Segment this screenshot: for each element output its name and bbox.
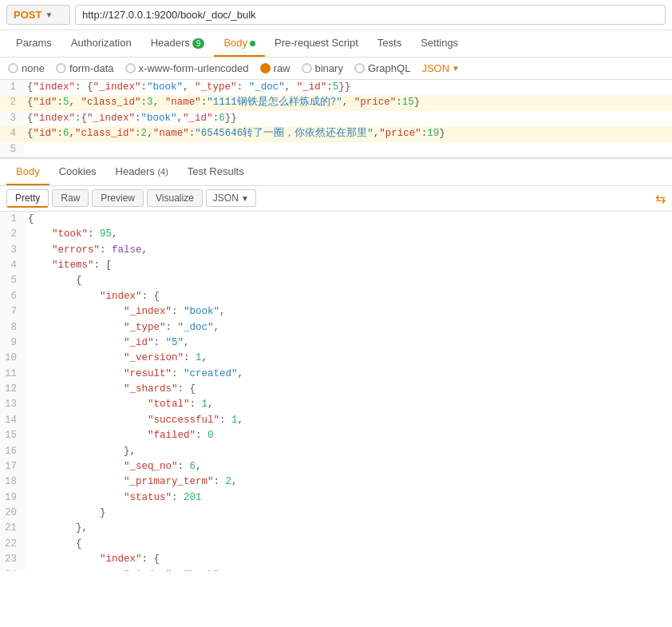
resp-line-10: 10 "_version": 1, <box>0 351 672 366</box>
resp-line-24: 24 "_index": "book", <box>0 568 672 571</box>
resp-line-11: 11 "result": "created", <box>0 367 672 382</box>
json-arrow-icon: ▼ <box>452 64 460 73</box>
req-line-1: 1 {"index": {"_index":"book", "_type": "… <box>0 80 672 95</box>
response-toolbar: Pretty Raw Preview Visualize JSON ▼ ⇆ <box>0 186 672 212</box>
url-input[interactable] <box>75 5 666 25</box>
req-code-table: 1 {"index": {"_index":"book", "_type": "… <box>0 80 672 157</box>
body-urlencoded[interactable]: x-www-form-urlencoded <box>125 62 249 74</box>
method-select[interactable]: POST ▼ <box>6 5 70 25</box>
resp-line-15: 15 "failed": 0 <box>0 428 672 443</box>
resp-visualize-btn[interactable]: Visualize <box>147 189 203 207</box>
method-arrow-icon: ▼ <box>45 10 53 19</box>
resp-line-19: 19 "status": 201 <box>0 490 672 506</box>
resp-line-16: 16 }, <box>0 444 672 459</box>
resp-line-8: 8 "_type": "_doc", <box>0 320 672 335</box>
resp-line-3: 3 "errors": false, <box>0 243 672 258</box>
tab-prerequest[interactable]: Pre-request Script <box>265 30 368 57</box>
body-binary[interactable]: binary <box>302 62 343 74</box>
req-line-5: 5 <box>0 142 672 157</box>
tab-params[interactable]: Params <box>6 30 61 57</box>
resp-line-6: 6 "index": { <box>0 289 672 304</box>
resp-json-dropdown[interactable]: JSON ▼ <box>206 189 256 207</box>
resp-tab-cookies[interactable]: Cookies <box>49 159 106 185</box>
tab-settings[interactable]: Settings <box>411 30 468 57</box>
resp-line-23: 23 "index": { <box>0 552 672 567</box>
resp-line-18: 18 "_primary_term": 2, <box>0 474 672 490</box>
radio-graphql-icon <box>354 63 365 73</box>
body-type-row: none form-data x-www-form-urlencoded raw… <box>0 58 672 80</box>
resp-raw-btn[interactable]: Raw <box>52 189 89 207</box>
resp-code-table: 1 { 2 "took": 95, 3 "errors": false, 4 "… <box>0 212 672 571</box>
response-body-editor[interactable]: 1 { 2 "took": 95, 3 "errors": false, 4 "… <box>0 212 672 571</box>
request-tabs: Params Authorization Headers9 Body Pre-r… <box>0 30 672 58</box>
resp-line-12: 12 "_shards": { <box>0 382 672 397</box>
request-body-editor[interactable]: 1 {"index": {"_index":"book", "_type": "… <box>0 80 672 159</box>
radio-raw-icon <box>260 63 271 73</box>
json-format-dropdown[interactable]: JSON ▼ <box>421 62 460 74</box>
resp-tab-body[interactable]: Body <box>6 159 49 185</box>
req-line-4: 4 {"id":6,"class_id":2,"name":"6545646转了… <box>0 126 672 141</box>
resp-line-20: 20 } <box>0 506 672 521</box>
resp-line-4: 4 "items": [ <box>0 258 672 273</box>
response-tabs: Body Cookies Headers (4) Test Results <box>0 159 672 186</box>
resp-json-arrow-icon: ▼ <box>241 194 249 203</box>
body-none[interactable]: none <box>8 62 45 74</box>
url-bar: POST ▼ <box>0 0 672 30</box>
headers-badge: 9 <box>192 38 205 49</box>
resp-tab-testresults[interactable]: Test Results <box>178 159 254 185</box>
resp-pretty-btn[interactable]: Pretty <box>6 189 49 208</box>
resp-line-17: 17 "_seq_no": 6, <box>0 459 672 474</box>
resp-line-13: 13 "total": 1, <box>0 397 672 412</box>
tab-tests[interactable]: Tests <box>368 30 411 57</box>
body-dot <box>250 41 255 46</box>
resp-headers-badge: (4) <box>157 167 168 177</box>
resp-preview-btn[interactable]: Preview <box>92 189 144 207</box>
resp-tab-headers[interactable]: Headers (4) <box>106 159 178 185</box>
body-formdata[interactable]: form-data <box>56 62 114 74</box>
method-label: POST <box>14 9 42 21</box>
radio-formdata-icon <box>56 63 66 73</box>
resp-line-21: 21 }, <box>0 521 672 536</box>
resp-line-14: 14 "successful": 1, <box>0 413 672 428</box>
resp-wrap-icon[interactable]: ⇆ <box>655 191 666 206</box>
tab-authorization[interactable]: Authorization <box>61 30 141 57</box>
resp-line-5: 5 { <box>0 273 672 288</box>
resp-line-22: 22 { <box>0 537 672 552</box>
radio-none-icon <box>8 63 18 73</box>
radio-urlencoded-icon <box>125 63 136 73</box>
resp-line-1: 1 { <box>0 212 672 227</box>
tab-body[interactable]: Body <box>214 30 265 57</box>
body-graphql[interactable]: GraphQL <box>354 62 410 74</box>
resp-line-9: 9 "_id": "5", <box>0 335 672 351</box>
resp-line-7: 7 "_index": "book", <box>0 304 672 319</box>
tab-headers[interactable]: Headers9 <box>141 30 215 57</box>
req-line-3: 3 {"index":{"_index":"book","_id":6}} <box>0 111 672 126</box>
req-line-2: 2 {"id":5, "class_id":3, "name":"1111钢铁是… <box>0 95 672 110</box>
radio-binary-icon <box>302 63 312 73</box>
resp-line-2: 2 "took": 95, <box>0 227 672 242</box>
body-raw[interactable]: raw <box>260 62 291 74</box>
